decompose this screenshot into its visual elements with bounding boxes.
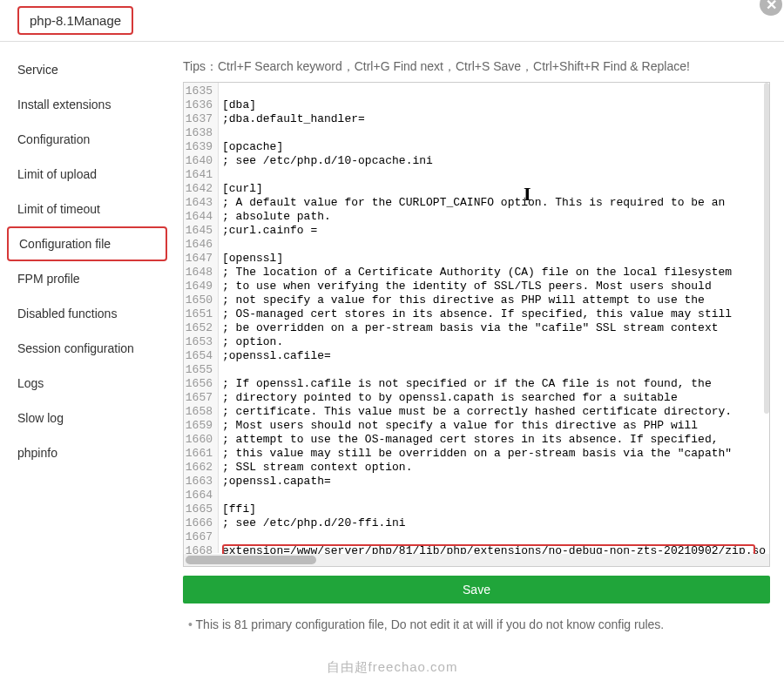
horizontal-scrollbar-thumb[interactable] [186,556,316,564]
sidebar-item-slow-log[interactable]: Slow log [0,401,174,435]
sidebar-item-limit-of-upload[interactable]: Limit of upload [0,157,174,192]
sidebar-item-logs[interactable]: Logs [0,366,174,401]
page-title: php-8.1Manage [17,6,133,35]
tips-text: Tips：Ctrl+F Search keyword，Ctrl+G Find n… [183,59,770,75]
save-button[interactable]: Save [183,576,770,603]
sidebar-item-phpinfo[interactable]: phpinfo [0,435,174,470]
sidebar-item-configuration-file[interactable]: Configuration file [7,226,167,261]
sidebar-item-disabled-functions[interactable]: Disabled functions [0,296,174,331]
main: ServiceInstall extensionsConfigurationLi… [0,42,784,634]
sidebar-item-session-configuration[interactable]: Session configuration [0,331,174,366]
footer-note: This is 81 primary configuration file, D… [183,617,770,631]
sidebar-item-configuration[interactable]: Configuration [0,122,174,157]
close-icon[interactable]: ✕ [760,0,782,16]
sidebar-item-limit-of-timeout[interactable]: Limit of timeout [0,192,174,226]
code-editor[interactable]: 1635163616371638163916401641164216431644… [183,82,770,567]
line-gutter: 1635163616371638163916401641164216431644… [184,83,219,553]
horizontal-scrollbar[interactable] [184,554,769,566]
header: php-8.1Manage ✕ [0,0,784,42]
vertical-scrollbar-thumb[interactable] [764,83,769,414]
sidebar-item-install-extensions[interactable]: Install extensions [0,87,174,122]
sidebar-item-service[interactable]: Service [0,52,174,87]
watermark: 自由超freechao.com [327,659,458,676]
sidebar: ServiceInstall extensionsConfigurationLi… [0,42,174,634]
content: Tips：Ctrl+F Search keyword，Ctrl+G Find n… [174,42,784,634]
vertical-scrollbar[interactable] [762,83,769,554]
code-content[interactable]: [dba];dba.default_handler=[opcache]; see… [222,84,766,558]
sidebar-item-fpm-profile[interactable]: FPM profile [0,261,174,296]
